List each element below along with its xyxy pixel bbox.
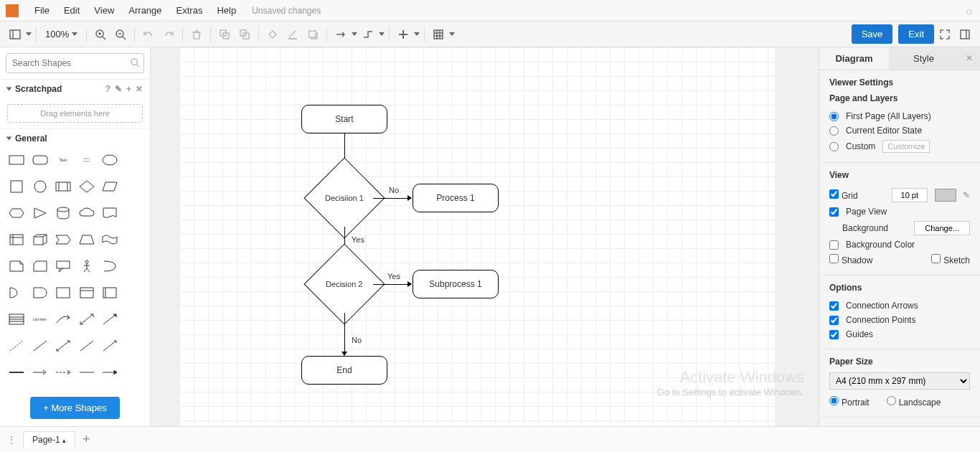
checkbox-sketch[interactable]: Sketch [931,254,970,265]
edge[interactable] [373,284,409,285]
scratchpad-edit-icon[interactable]: ✎ [115,84,122,94]
zoom-in-button[interactable] [91,25,110,44]
canvas[interactable]: Start Decisiion 1 No Process 1 Yes Decis… [179,47,775,426]
shape-cloud[interactable] [77,205,96,221]
scratchpad-close-icon[interactable]: ✕ [136,84,143,94]
save-button[interactable]: Save [852,24,893,44]
checkbox-shadow[interactable]: Shadow [829,254,872,265]
shape-link3[interactable] [54,364,72,380]
shape-rect[interactable] [7,152,26,168]
zoom-select[interactable]: 100% [41,27,82,41]
node-subprocess-1[interactable]: Subprocess 1 [413,270,499,298]
shape-link1[interactable] [7,364,26,380]
undo-button[interactable] [139,25,158,44]
scratchpad-add-icon[interactable]: + [126,84,131,94]
menu-file[interactable]: File [27,2,57,19]
menu-arrange[interactable]: Arrange [121,2,169,19]
menu-view[interactable]: View [87,2,121,19]
radio-landscape[interactable]: Landscape [887,396,941,408]
radio-portrait[interactable]: Portrait [829,396,870,408]
pages-menu-icon[interactable]: ⋮ [7,435,16,445]
add-page-button[interactable]: + [83,432,90,447]
tab-style[interactable]: Style [889,47,958,70]
shape-rounded-rect[interactable] [31,152,50,168]
search-shapes-input[interactable] [6,53,144,73]
shape-ellipse[interactable] [100,152,119,168]
edit-grid-icon[interactable]: ✎ [963,190,970,200]
edge[interactable] [373,198,409,199]
menu-edit[interactable]: Edit [57,2,87,19]
table-button[interactable] [429,25,448,44]
shape-datastore[interactable] [54,285,72,301]
shape-link5[interactable] [100,364,119,380]
shape-actor[interactable] [77,258,96,274]
more-shapes-button[interactable]: + More Shapes [30,397,120,419]
shape-document[interactable] [100,205,119,221]
shape-hexagon[interactable] [7,205,26,221]
shape-list-item[interactable]: List Item [31,311,50,327]
shape-link2[interactable] [31,364,50,380]
shape-list[interactable] [7,311,26,327]
fullscreen-button[interactable] [936,25,954,44]
scratchpad-header[interactable]: Scratchpad ? ✎ + ✕ [7,84,143,94]
zoom-out-button[interactable] [111,25,130,44]
shape-trapezoid[interactable] [77,232,96,248]
waypoint-button[interactable] [359,25,377,44]
shape-frame[interactable] [100,285,119,301]
exit-button[interactable]: Exit [898,24,934,44]
shape-bidir-thin[interactable] [54,338,72,354]
shape-callout[interactable] [54,258,72,274]
customize-button[interactable]: Customize [882,140,930,153]
connection-button[interactable] [331,25,350,44]
checkbox-conn-arrows[interactable]: Connection Arrows [829,298,970,313]
theme-icon[interactable]: ☼ [963,4,974,17]
shape-diamond[interactable] [77,179,96,194]
waypoint-caret[interactable] [379,32,385,36]
shape-step[interactable] [54,232,72,248]
tab-diagram[interactable]: Diagram [819,47,889,70]
node-end[interactable]: End [301,356,387,385]
insert-button[interactable] [394,25,413,44]
shape-curve-arrow[interactable] [54,311,72,327]
table-caret[interactable] [449,32,455,36]
shape-tape[interactable] [100,232,119,248]
shape-line[interactable] [31,338,50,354]
node-start[interactable]: Start [301,105,387,133]
shape-directional[interactable] [100,338,119,354]
node-process-1[interactable]: Process 1 [413,184,499,212]
grid-size-input[interactable] [892,188,928,202]
shape-arrow[interactable] [100,311,119,327]
to-back-button[interactable] [235,25,254,44]
line-color-button[interactable] [283,25,302,44]
checkbox-conn-points[interactable]: Connection Points [829,313,970,327]
shape-square[interactable] [7,179,26,194]
panel-close-icon[interactable]: ✕ [958,47,980,70]
shape-bidir-arrow[interactable] [77,311,96,327]
view-mode-caret[interactable] [26,32,32,36]
redo-button[interactable] [159,25,178,44]
insert-caret[interactable] [414,32,420,36]
shape-note[interactable] [7,258,26,274]
grid-color-swatch[interactable] [935,189,956,202]
menu-extras[interactable]: Extras [169,2,210,19]
general-header[interactable]: General [7,133,143,143]
shape-text[interactable]: Text [54,152,72,168]
shape-process[interactable] [54,179,72,194]
radio-custom[interactable]: CustomCustomize [829,138,970,155]
view-mode-button[interactable] [6,25,24,44]
page-tab-1[interactable]: Page-1 ▴ [23,431,75,448]
shape-cube[interactable] [31,232,50,248]
checkbox-grid[interactable]: Grid [829,189,858,201]
shape-cylinder[interactable] [54,205,72,221]
shape-triangle[interactable] [31,205,50,221]
shape-line2[interactable] [77,338,96,354]
radio-first-page[interactable]: First Page (All Layers) [829,109,970,123]
checkbox-page-view[interactable]: Page View [829,204,970,219]
shadow-button[interactable] [303,25,322,44]
checkbox-guides[interactable]: Guides [829,327,970,342]
canvas-area[interactable]: Start Decisiion 1 No Process 1 Yes Decis… [151,47,819,426]
delete-button[interactable] [187,25,206,44]
shape-internal-storage[interactable] [7,232,26,248]
shape-link4[interactable] [77,364,96,380]
shape-container[interactable] [77,285,96,301]
